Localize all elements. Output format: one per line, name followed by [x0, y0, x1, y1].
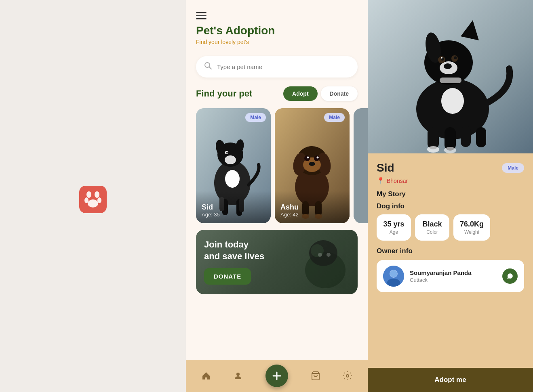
- phone-header: Pet's Adoption Find your lovely pet's: [186, 0, 368, 51]
- svg-point-27: [314, 155, 320, 161]
- nav-profile[interactable]: [233, 371, 243, 381]
- color-info-card: Black Color: [415, 214, 449, 241]
- sid-age: Age: 35: [202, 212, 265, 218]
- ashu-age: Age: 42: [280, 212, 344, 218]
- svg-point-26: [304, 155, 310, 161]
- age-info-card: 35 yrs Age: [377, 214, 411, 241]
- nav-settings[interactable]: [343, 371, 352, 381]
- owner-name: Soumyaranjan Panda: [410, 269, 497, 276]
- ashu-info-overlay: Ashu Age: 42: [275, 191, 350, 223]
- section-title: Find your pet: [196, 88, 252, 99]
- color-value: Black: [422, 220, 442, 228]
- ashu-name: Ashu: [280, 203, 344, 212]
- donate-button[interactable]: DONATE: [204, 268, 251, 285]
- search-bar[interactable]: [196, 56, 358, 78]
- app-title: Pet's Adoption: [196, 24, 358, 37]
- location-text: Bhonsar: [387, 178, 408, 184]
- svg-point-70: [390, 270, 397, 277]
- donate-title: Join todayand save lives: [204, 239, 264, 262]
- nav-cart[interactable]: [311, 371, 320, 381]
- left-background: [0, 0, 186, 392]
- ashu-gender-badge: Male: [324, 113, 345, 122]
- svg-rect-62: [461, 126, 471, 147]
- section-header: Find your pet Adopt Donate: [186, 82, 368, 105]
- donate-text-area: Join todayand save lives DONATE: [204, 239, 264, 284]
- search-icon: [204, 62, 212, 72]
- svg-rect-66: [440, 78, 461, 83]
- svg-point-30: [309, 162, 315, 166]
- search-container: [186, 51, 368, 82]
- svg-point-39: [318, 253, 322, 257]
- location-pin-icon: 📍: [377, 177, 385, 184]
- app-icon[interactable]: [79, 186, 107, 213]
- svg-point-40: [327, 253, 331, 257]
- pet-card-sid[interactable]: Male Sid Age: 35: [196, 108, 271, 223]
- donate-banner: Join todayand save lives DONATE: [196, 230, 358, 294]
- pet-card-third[interactable]: M: [354, 108, 368, 223]
- detail-body: Sid Male 📍 Bhonsar My Story Dog info 35 …: [368, 153, 533, 392]
- app-subtitle: Find your lovely pet's: [196, 39, 358, 45]
- svg-rect-35: [354, 108, 368, 223]
- adopt-me-button[interactable]: Adopt me: [368, 368, 533, 392]
- detail-panel: Sid Male 📍 Bhonsar My Story Dog info 35 …: [368, 0, 533, 392]
- pet-card-ashu[interactable]: Male Ashu Age: 42: [275, 108, 350, 223]
- svg-point-65: [444, 147, 456, 153]
- sid-info-overlay: Sid Age: 35: [196, 191, 271, 223]
- owner-avatar: [383, 266, 404, 287]
- detail-pet-name: Sid: [377, 161, 394, 174]
- svg-point-12: [225, 170, 240, 188]
- menu-button[interactable]: [196, 12, 358, 19]
- svg-point-1: [95, 191, 99, 198]
- detail-name-row: Sid Male: [377, 161, 524, 174]
- age-label: Age: [390, 229, 398, 235]
- svg-point-0: [86, 191, 91, 198]
- detail-hero: [368, 0, 533, 153]
- weight-info-card: 76.0Kg Weight: [453, 214, 490, 241]
- svg-point-4: [88, 199, 98, 208]
- svg-point-15: [226, 151, 228, 153]
- dog-info-title: Dog info: [377, 202, 524, 210]
- dog-info-cards: 35 yrs Age Black Color 76.0Kg Weight: [377, 214, 524, 241]
- svg-point-2: [84, 197, 88, 203]
- svg-point-52: [441, 88, 464, 114]
- filter-buttons: Adopt Donate: [283, 86, 358, 101]
- svg-point-28: [307, 156, 309, 158]
- svg-rect-63: [476, 127, 486, 147]
- svg-point-41: [236, 373, 240, 376]
- bottom-nav: [186, 360, 368, 392]
- weight-label: Weight: [464, 229, 479, 235]
- pet-cards-container: Male Sid Age: 35: [186, 105, 368, 226]
- owner-info: Soumyaranjan Panda Cuttack: [410, 269, 497, 283]
- svg-point-13: [225, 155, 236, 164]
- nav-add-button[interactable]: [265, 365, 288, 387]
- message-button[interactable]: [502, 268, 518, 284]
- nav-home[interactable]: [201, 371, 211, 381]
- svg-rect-60: [428, 127, 439, 149]
- owner-card: Soumyaranjan Panda Cuttack: [377, 260, 524, 292]
- svg-point-64: [427, 146, 439, 153]
- svg-point-45: [346, 375, 349, 377]
- svg-point-58: [441, 57, 442, 59]
- adopt-filter-button[interactable]: Adopt: [283, 86, 317, 101]
- owner-info-title: Owner info: [377, 247, 524, 255]
- svg-point-57: [454, 57, 457, 59]
- svg-point-29: [317, 156, 319, 158]
- svg-point-69: [387, 279, 400, 287]
- search-input[interactable]: [217, 63, 350, 70]
- sid-name: Sid: [202, 203, 265, 212]
- sid-gender-badge: Male: [245, 113, 266, 122]
- phone-panel: Pet's Adoption Find your lovely pet's Fi…: [186, 0, 368, 392]
- svg-point-59: [444, 63, 452, 69]
- color-label: Color: [426, 229, 438, 235]
- weight-value: 76.0Kg: [460, 220, 484, 228]
- my-story-title: My Story: [377, 190, 524, 198]
- svg-point-5: [205, 63, 210, 67]
- age-value: 35 yrs: [383, 220, 404, 228]
- svg-line-6: [209, 67, 211, 69]
- owner-location: Cuttack: [410, 277, 497, 283]
- detail-location: 📍 Bhonsar: [377, 177, 524, 184]
- donate-filter-button[interactable]: Donate: [321, 86, 358, 101]
- svg-point-3: [97, 197, 101, 203]
- detail-gender-badge: Male: [502, 163, 524, 173]
